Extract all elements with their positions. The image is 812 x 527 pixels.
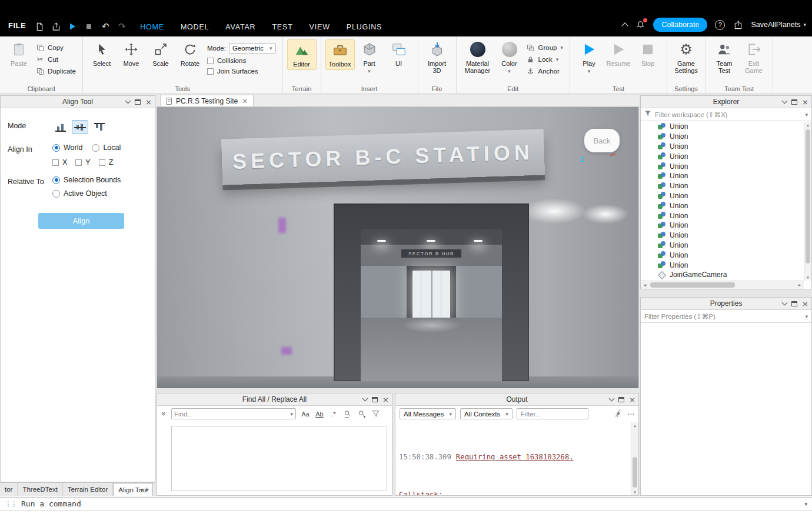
scrollbar-thumb[interactable] [650, 282, 735, 288]
output-vertical-scrollbar[interactable]: ▴ ▾ [631, 422, 638, 495]
close-panel-icon[interactable]: × [145, 98, 152, 106]
part-button[interactable]: Part▾ [355, 39, 384, 76]
toolbox-button[interactable]: Toolbox [325, 39, 355, 70]
world-radio[interactable]: World [52, 144, 82, 152]
docked-tab[interactable]: ThreeDText [18, 483, 62, 496]
undo-icon[interactable]: ↶ [100, 21, 111, 32]
publish-icon[interactable] [51, 21, 61, 32]
drag-grip-icon[interactable]: ⋮⋮ [5, 500, 16, 508]
expand-replace-icon[interactable]: » [159, 412, 168, 416]
regex-button[interactable]: .* [329, 411, 338, 418]
tree-item[interactable]: Union [641, 122, 804, 132]
align-min-button[interactable] [52, 120, 69, 134]
viewport-3d[interactable]: SECTOR B-C STATION SECTOR B HUB Back Z [157, 107, 639, 388]
float-panel-icon[interactable] [618, 397, 624, 402]
float-panel-icon[interactable] [791, 99, 797, 105]
float-panel-icon[interactable] [372, 397, 378, 402]
whole-word-button[interactable]: Ab [315, 411, 324, 418]
scroll-left-icon[interactable]: ◂ [140, 486, 143, 492]
scrollbar-thumb[interactable] [806, 129, 810, 264]
group-button[interactable]: Group▾ [527, 44, 564, 52]
scrollbar-thumb[interactable] [633, 457, 637, 488]
tree-item[interactable]: Union [641, 211, 804, 221]
close-panel-icon[interactable]: × [629, 396, 635, 403]
ribbon-tab[interactable]: AVATAR [225, 23, 255, 31]
new-document-icon[interactable] [34, 21, 45, 32]
material-manager-button[interactable]: Material Manager [461, 39, 495, 76]
float-panel-icon[interactable] [135, 99, 141, 105]
color-button[interactable]: Color▾ [495, 39, 524, 76]
tree-item[interactable]: Union [641, 231, 804, 241]
terrain-editor-button[interactable]: Editor [287, 39, 317, 70]
anchor-button[interactable]: ⚓Anchor [527, 67, 564, 75]
collapse-panel-icon[interactable] [125, 98, 131, 104]
align-button[interactable]: Align [38, 213, 124, 229]
find-input-box[interactable]: ▾ [171, 408, 296, 419]
collaborate-button[interactable]: Collaborate [653, 18, 707, 32]
resume-button[interactable]: Resume [604, 39, 633, 69]
active-object-radio[interactable]: Active Object [52, 189, 121, 198]
tree-item[interactable]: Union [641, 161, 804, 171]
explorer-filter-input[interactable] [655, 111, 801, 118]
find-input[interactable] [174, 411, 288, 418]
more-options-icon[interactable]: ⋯ [627, 410, 634, 418]
close-tab-icon[interactable]: × [242, 98, 248, 105]
play-icon[interactable] [67, 21, 78, 32]
docked-tab[interactable]: tor [0, 483, 18, 496]
scroll-right-icon[interactable]: ▸ [796, 282, 804, 288]
rotate-button[interactable]: Rotate [175, 39, 205, 69]
collapse-panel-icon[interactable] [782, 300, 788, 306]
tree-item[interactable]: Union [641, 260, 804, 270]
chevron-down-icon[interactable]: ▾ [804, 501, 807, 507]
back-billboard-button[interactable]: Back [584, 129, 620, 152]
scale-button[interactable]: Scale [146, 39, 175, 69]
explorer-vertical-scrollbar[interactable]: ▴ ▾ [804, 122, 811, 281]
output-log[interactable]: 15:50:38.309Requiring asset 1638103268. … [395, 422, 631, 495]
match-case-button[interactable]: Aa [301, 411, 310, 418]
axis-checkbox[interactable]: Z [99, 158, 114, 166]
redo-icon[interactable]: ↷ [117, 21, 127, 32]
exit-game-button[interactable]: Exit Game [739, 39, 768, 76]
local-radio[interactable]: Local [92, 144, 121, 152]
properties-filter-input[interactable] [644, 313, 801, 320]
close-panel-icon[interactable]: × [382, 396, 389, 403]
play-button[interactable]: Play▾ [574, 39, 604, 76]
scroll-down-icon[interactable]: ▾ [631, 489, 638, 495]
messages-filter-dropdown[interactable]: All Messages▾ [400, 408, 456, 419]
import-3d-button[interactable]: Import 3D [422, 39, 452, 76]
chevron-down-icon[interactable]: ▾ [805, 112, 808, 118]
find-results-area[interactable] [171, 426, 387, 491]
scroll-down-icon[interactable]: ▾ [804, 274, 811, 281]
close-panel-icon[interactable]: × [802, 98, 808, 106]
ribbon-tab[interactable]: HOME [140, 23, 164, 31]
axis-checkbox[interactable]: Y [75, 158, 90, 166]
tree-item[interactable]: Union [641, 191, 804, 201]
duplicate-button[interactable]: Duplicate [36, 67, 76, 75]
tree-item[interactable]: Union [641, 171, 804, 181]
collapse-ribbon-icon[interactable] [622, 22, 628, 29]
align-max-button[interactable] [91, 120, 108, 134]
file-menu-button[interactable]: FILE [7, 19, 32, 32]
paste-button[interactable]: Paste [4, 39, 34, 69]
mode-dropdown[interactable]: Geometric▾ [229, 43, 276, 54]
selection-bounds-radio[interactable]: Selection Bounds [52, 176, 121, 184]
move-button[interactable]: Move [117, 39, 146, 69]
help-icon[interactable]: ? [715, 20, 725, 30]
explorer-horizontal-scrollbar[interactable]: ◂ ▸ [641, 281, 804, 289]
scroll-right-icon[interactable]: ▸ [147, 486, 149, 492]
scroll-up-icon[interactable]: ▴ [631, 422, 638, 429]
chevron-down-icon[interactable]: ▾ [805, 313, 808, 319]
tree-item[interactable]: Union [641, 250, 804, 260]
filter-results-icon[interactable] [371, 410, 381, 418]
tree-item[interactable]: JoinGameCamera [641, 270, 804, 280]
float-panel-icon[interactable] [791, 301, 797, 306]
tree-item[interactable]: Union [641, 132, 804, 142]
ribbon-tab[interactable]: PLUGINS [347, 23, 382, 31]
tree-item[interactable]: Union [641, 151, 804, 161]
tree-item[interactable]: Union [641, 181, 804, 191]
command-input[interactable] [21, 499, 800, 508]
axis-checkbox[interactable]: X [52, 158, 67, 166]
select-button[interactable]: Select [87, 39, 117, 69]
ribbon-tab[interactable]: MODEL [181, 23, 209, 31]
collapse-panel-icon[interactable] [609, 396, 615, 402]
